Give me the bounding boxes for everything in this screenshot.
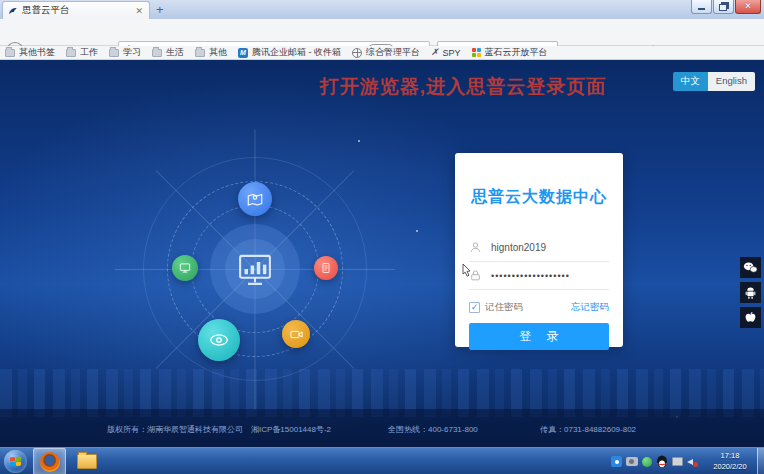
restore-button[interactable] bbox=[713, 0, 734, 14]
restore-icon bbox=[719, 4, 727, 11]
monitor-icon bbox=[178, 261, 192, 275]
camera-satellite bbox=[282, 320, 310, 348]
bookmark-label: 其他书签 bbox=[19, 46, 55, 59]
folder-icon bbox=[109, 49, 119, 57]
bookmark-misc-folder[interactable]: 其他 bbox=[195, 46, 227, 59]
bookmark-label: 综合管理平台 bbox=[366, 46, 420, 59]
bookmark-label: 腾讯企业邮箱 - 收件箱 bbox=[252, 46, 341, 59]
language-toggle: 中文 English bbox=[673, 72, 755, 91]
clock-date: 2020/2/20 bbox=[705, 461, 755, 472]
bookmarks-bar: 其他书签 工作 学习 生活 其他 M腾讯企业邮箱 - 收件箱 综合管理平台 ✗S… bbox=[0, 46, 764, 60]
bookmark-other-folder[interactable]: 其他书签 bbox=[5, 46, 55, 59]
bookmark-label: 学习 bbox=[123, 46, 141, 59]
taskbar-firefox-button[interactable] bbox=[33, 448, 66, 474]
tray-qq-icon[interactable] bbox=[656, 455, 668, 468]
username-field-row bbox=[469, 234, 609, 262]
browser-titlebar: 思普云平台 ✕ + ✕ bbox=[0, 0, 764, 20]
window-controls: ✕ bbox=[691, 0, 761, 14]
folder-icon bbox=[5, 49, 15, 57]
start-button[interactable] bbox=[4, 450, 27, 473]
tencent-mail-icon: M bbox=[238, 48, 248, 58]
apple-button[interactable] bbox=[740, 307, 761, 328]
document-satellite bbox=[314, 256, 338, 280]
forgot-password-link[interactable]: 忘记密码 bbox=[571, 301, 609, 314]
map-satellite bbox=[238, 182, 272, 216]
taskbar-explorer-button[interactable] bbox=[70, 448, 103, 474]
tray-volume-muted-icon[interactable] bbox=[687, 456, 698, 467]
checkbox-checked-icon[interactable]: ✓ bbox=[469, 302, 480, 313]
android-button[interactable] bbox=[740, 282, 761, 303]
app-download-buttons bbox=[740, 257, 761, 328]
show-desktop-button[interactable] bbox=[757, 448, 764, 474]
taskbar: 17:18 2020/2/20 bbox=[0, 447, 764, 474]
new-tab-button[interactable]: + bbox=[156, 2, 164, 17]
login-page: 打开游览器,进入思普云登录页面 中文 English bbox=[0, 60, 764, 447]
footer-fax: 传真：0731-84882609-802 bbox=[540, 424, 636, 435]
dashboard-monitor-icon bbox=[234, 248, 276, 290]
minimize-button[interactable] bbox=[691, 0, 712, 14]
bookmark-work-folder[interactable]: 工作 bbox=[66, 46, 98, 59]
system-tray bbox=[611, 448, 698, 474]
taskbar-clock[interactable]: 17:18 2020/2/20 bbox=[705, 450, 755, 472]
browser-tab[interactable]: 思普云平台 ✕ bbox=[2, 1, 150, 19]
bookmark-label: 生活 bbox=[166, 46, 184, 59]
page-footer: 版权所有：湖南华辰智通科技有限公司 湘ICP备15001448号-2 全国热线：… bbox=[0, 409, 764, 447]
minimize-icon bbox=[698, 8, 705, 10]
hub-center bbox=[225, 239, 285, 299]
bookmark-spy[interactable]: ✗SPY bbox=[431, 48, 461, 58]
password-input[interactable] bbox=[489, 270, 605, 282]
map-pin-icon bbox=[246, 190, 264, 208]
tray-notification-icon[interactable] bbox=[611, 456, 622, 467]
annotation-text: 打开游览器,进入思普云登录页面 bbox=[288, 74, 638, 100]
password-field-row bbox=[469, 262, 609, 290]
lanshi-cloud-icon bbox=[472, 48, 481, 57]
apple-icon bbox=[744, 311, 757, 325]
video-camera-icon bbox=[289, 327, 304, 342]
android-icon bbox=[744, 286, 757, 300]
language-en-button[interactable]: English bbox=[708, 72, 755, 91]
tab-favicon-icon bbox=[8, 6, 18, 16]
browser-toolbar: ← → ⟳ ⌂ iot.idosp.net/idosp/login.html 8… bbox=[0, 19, 764, 46]
folder-icon bbox=[66, 49, 76, 57]
remember-password[interactable]: ✓ 记住密码 bbox=[469, 301, 523, 314]
tab-close-icon[interactable]: ✕ bbox=[134, 6, 144, 16]
wechat-button[interactable] bbox=[740, 257, 761, 278]
bookmark-label: 工作 bbox=[80, 46, 98, 59]
monitor-satellite bbox=[172, 255, 198, 281]
globe-icon bbox=[352, 48, 362, 58]
star-dot bbox=[416, 230, 418, 232]
bookmark-tencent-mail[interactable]: M腾讯企业邮箱 - 收件箱 bbox=[238, 46, 341, 59]
login-card: 思普云大数据中心 ✓ 记住密码 忘记密码 登 录 bbox=[455, 153, 623, 347]
tray-network-icon[interactable] bbox=[672, 457, 683, 466]
bookmark-admin-platform[interactable]: 综合管理平台 bbox=[352, 46, 420, 59]
document-icon bbox=[320, 262, 332, 274]
user-icon bbox=[469, 241, 482, 254]
close-icon: ✕ bbox=[744, 2, 752, 11]
username-input[interactable] bbox=[489, 241, 605, 254]
eye-satellite bbox=[198, 319, 240, 361]
clock-time: 17:18 bbox=[705, 450, 755, 461]
language-zh-button[interactable]: 中文 bbox=[673, 72, 708, 91]
bookmark-life-folder[interactable]: 生活 bbox=[152, 46, 184, 59]
tab-title: 思普云平台 bbox=[22, 4, 134, 17]
footer-hotline: 全国热线：400-6731-800 bbox=[388, 424, 478, 435]
login-button[interactable]: 登 录 bbox=[469, 323, 609, 350]
folder-icon bbox=[195, 49, 205, 57]
bookmark-label: 蓝石云开放平台 bbox=[485, 46, 548, 59]
windows-logo-icon bbox=[10, 457, 21, 467]
wechat-icon bbox=[743, 261, 758, 274]
bookmark-label: SPY bbox=[443, 48, 461, 58]
hub-graphic bbox=[115, 129, 395, 409]
close-button[interactable]: ✕ bbox=[735, 0, 761, 14]
bookmark-lanshi-cloud[interactable]: 蓝石云开放平台 bbox=[472, 46, 548, 59]
tray-camera-icon[interactable] bbox=[626, 457, 638, 466]
spy-icon: ✗ bbox=[431, 48, 439, 57]
firefox-icon bbox=[40, 452, 60, 472]
footer-copyright: 版权所有：湖南华辰智通科技有限公司 湘ICP备15001448号-2 bbox=[107, 424, 331, 435]
tray-green-status-icon[interactable] bbox=[642, 457, 652, 467]
bookmark-study-folder[interactable]: 学习 bbox=[109, 46, 141, 59]
mouse-cursor bbox=[462, 263, 472, 277]
desktop-screen: 思普云平台 ✕ + ✕ ← → ⟳ ⌂ iot.idosp.net/idosp/… bbox=[0, 0, 764, 474]
bookmark-label: 其他 bbox=[209, 46, 227, 59]
login-options-row: ✓ 记住密码 忘记密码 bbox=[469, 301, 609, 314]
